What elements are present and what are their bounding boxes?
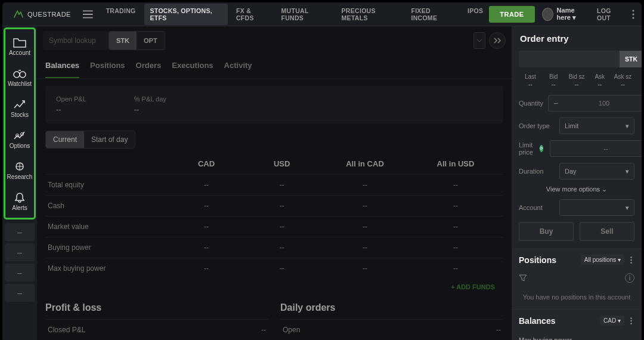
rail-research[interactable]: Research [7,154,33,186]
rail-slot-3[interactable]: – [5,264,35,282]
user-name: Name here ▾ [557,7,590,21]
rail-stocks[interactable]: Stocks [7,92,33,123]
balance-table: CAD USD All in CAD All in USD Total equi… [45,153,503,279]
table-row: Total equity-------- [45,174,503,195]
duration-label: Duration [519,168,555,175]
account-label: Account [519,204,555,211]
user-dropdown[interactable]: Name here ▾ [542,7,590,21]
chevron-down-icon: ▾ [626,122,629,130]
nav-ipos[interactable]: IPOS [462,4,489,25]
account-tabs: Balances Positions Orders Executions Act… [37,55,512,79]
more-icon[interactable] [628,256,634,264]
order-symbol-input[interactable] [519,51,620,67]
toggle-start-of-day[interactable]: Start of day [84,131,135,148]
more-icon[interactable] [628,317,634,324]
quote-row: Last-- Bid-- Bid sz-- Ask-- Ask sz-- [519,73,634,88]
buy-button[interactable]: Buy [519,222,574,241]
research-icon [13,160,27,172]
limit-price-input[interactable] [565,145,642,152]
quantity-input[interactable] [563,100,642,107]
chevron-down-icon: ▾ [626,204,629,212]
expand-button[interactable] [489,32,506,49]
table-row: Buying power-------- [45,237,503,258]
rail-options[interactable]: Options [7,123,33,154]
table-row: Max buying power-------- [45,258,503,279]
tab-positions[interactable]: Positions [90,55,125,78]
rail-slot-4[interactable]: – [5,284,35,302]
svg-point-4 [20,72,26,78]
nav-fixed-income[interactable]: FIXED INCOME [405,4,459,25]
rail-slot-2[interactable]: – [5,243,35,261]
filter-icon[interactable] [519,274,527,282]
rail-alerts[interactable]: Alerts [7,186,33,217]
col-all-cad: All in CAD [320,159,410,168]
stk-toggle[interactable]: STK [109,32,137,50]
limit-price-stepper[interactable]: + [550,140,642,157]
positions-section: Positions All positions ▾ i You have no … [512,248,642,309]
logout-link[interactable]: LOG OUT [597,7,623,21]
folder-icon [13,36,27,48]
svg-point-8 [630,256,631,258]
positions-title: Positions [519,255,556,265]
symbol-lookup-input[interactable] [43,36,109,45]
rail-account[interactable]: Account [7,30,33,61]
tab-orders[interactable]: Orders [136,55,162,78]
sell-button[interactable]: Sell [580,222,634,241]
positions-empty-message: You have no positions in this account [512,285,642,309]
svg-point-12 [630,320,631,321]
table-row: Cash-------- [45,195,503,216]
order-entry-title: Order entry [512,26,642,51]
order-type-select[interactable]: Limit▾ [559,118,634,134]
quantity-label: Quantity [519,100,543,107]
duration-select[interactable]: Day▾ [559,163,634,180]
svg-point-9 [630,259,631,260]
rail-watchlist[interactable]: Watchlist [7,61,33,92]
pnl-summary: Open P&L -- % P&L day -- [45,86,503,123]
order-entry-panel: Order entry STK OPT Last-- Bid-- Bid sz-… [512,26,642,340]
nav-stocks-options-etfs[interactable]: STOCKS, OPTIONS, ETFS [144,4,228,25]
quantity-stepper[interactable]: − + [548,95,642,112]
tab-executions[interactable]: Executions [172,55,213,78]
view-more-options[interactable]: View more options ⌄ [519,186,634,193]
table-row: Market value-------- [45,216,503,237]
order-stk-toggle[interactable]: STK [620,51,642,67]
menu-icon[interactable] [83,10,93,18]
svg-point-10 [630,262,631,263]
balances-section: Balances CAD ▾ Max buying power-- Buying… [512,309,642,340]
logo[interactable]: QUESTRADE [7,8,76,21]
col-usd: USD [244,159,320,168]
nav-fx-cfds[interactable]: FX & CFDS [230,4,273,25]
limit-price-label: Limit price [519,141,533,156]
minus-icon[interactable]: − [549,95,563,111]
chart-up-icon [13,98,27,110]
rail-slot-1[interactable]: – [5,223,35,241]
positions-filter-dropdown[interactable]: All positions ▾ [581,255,624,265]
tab-balances[interactable]: Balances [45,55,79,78]
svg-point-0 [633,10,634,11]
nav-trading[interactable]: TRADING [100,4,142,25]
opt-toggle[interactable]: OPT [137,32,165,50]
toggle-current[interactable]: Current [46,131,84,148]
list-item: Open-- [280,319,503,340]
minus-icon[interactable] [550,141,565,156]
trade-button[interactable]: TRADE [489,6,534,23]
chevron-down-icon: ⌄ [602,186,607,193]
info-icon[interactable]: i [625,273,634,283]
avatar-icon [542,8,553,21]
more-icon[interactable] [630,10,637,19]
tab-activity[interactable]: Activity [224,55,252,78]
svg-point-2 [633,17,634,18]
nav-mutual-funds[interactable]: MUTUAL FUNDS [275,4,333,25]
add-funds-link[interactable]: + ADD FUNDS [45,279,503,295]
open-pnl-value: -- [56,105,86,114]
order-type-label: Order type [519,122,555,129]
symbol-dropdown[interactable] [473,32,485,49]
bell-icon [13,191,27,203]
nav-precious-metals[interactable]: PRECIOUS METALS [336,4,403,25]
open-pnl-label: Open P&L [56,95,86,103]
account-select[interactable]: ▾ [559,199,634,216]
balances-currency-dropdown[interactable]: CAD ▾ [600,316,624,326]
snap-icon[interactable]: ⟳ [540,145,543,152]
svg-point-3 [14,72,20,78]
list-item: Closed P&L-- [45,319,268,340]
